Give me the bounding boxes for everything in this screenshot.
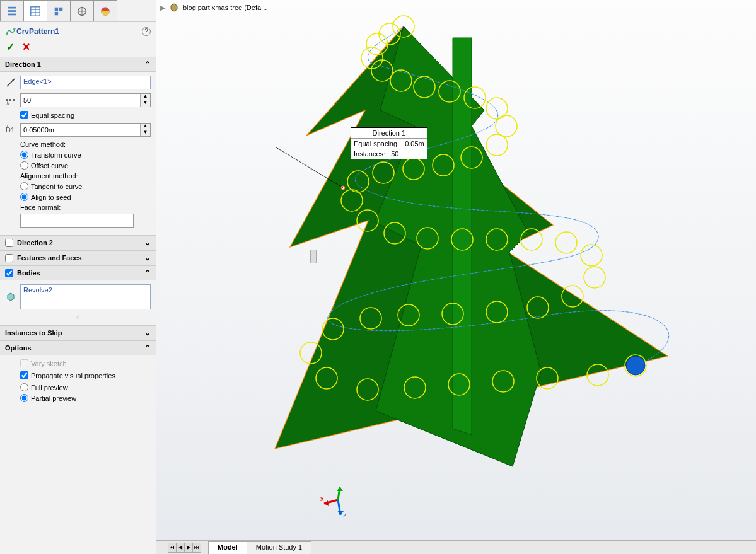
svg-rect-1 bbox=[8, 10, 16, 12]
svg-rect-0 bbox=[8, 6, 16, 8]
partial-preview-radio[interactable] bbox=[20, 394, 28, 402]
featuremgr-tab[interactable] bbox=[0, 0, 24, 21]
features-faces-checkbox[interactable] bbox=[5, 254, 13, 262]
svg-point-43 bbox=[584, 267, 605, 288]
feature-header: CrvPattern1 ? bbox=[0, 22, 156, 41]
svg-point-60 bbox=[486, 98, 508, 119]
tangent-curve-radio[interactable] bbox=[20, 182, 28, 190]
svg-point-14 bbox=[6, 33, 8, 35]
direction-edge-input[interactable]: Edge<1> bbox=[20, 76, 151, 89]
spacing-icon: D1 bbox=[5, 124, 16, 136]
grabber-icon[interactable]: ○ bbox=[5, 313, 151, 321]
alignment-method-label: Alignment method: bbox=[20, 172, 151, 180]
equal-spacing-label: Equal spacing bbox=[31, 112, 74, 119]
bodies-checkbox[interactable] bbox=[5, 269, 13, 277]
svg-rect-2 bbox=[8, 13, 16, 15]
view-triad[interactable]: x z bbox=[319, 482, 357, 520]
3d-viewport[interactable]: ▶ blog part xmas tree (Defa... bbox=[156, 0, 756, 554]
direction2-section[interactable]: Direction 2 ⌄ bbox=[0, 235, 156, 250]
instances-input[interactable]: 50▲▼ bbox=[20, 93, 151, 107]
svg-marker-26 bbox=[453, 38, 472, 435]
direction-icon[interactable] bbox=[5, 77, 16, 88]
tree-model bbox=[156, 0, 756, 540]
spin-down[interactable]: ▼ bbox=[141, 100, 150, 107]
callout-spacing-value[interactable]: 0.05m bbox=[402, 139, 427, 149]
callout-instances-value[interactable]: 50 bbox=[388, 149, 401, 159]
nav-first[interactable]: ⏮ bbox=[168, 543, 177, 553]
face-normal-input[interactable] bbox=[20, 214, 134, 228]
nav-last[interactable]: ⏭ bbox=[192, 543, 201, 553]
help-icon[interactable]: ? bbox=[142, 27, 151, 36]
instances-skip-section[interactable]: Instances to Skip ⌄ bbox=[0, 325, 156, 340]
spacing-input[interactable]: 0.05000m▲▼ bbox=[20, 123, 151, 137]
seed-sphere[interactable] bbox=[626, 356, 645, 375]
direction1-section[interactable]: Direction 1 ⌃ bbox=[0, 57, 156, 72]
svg-rect-21 bbox=[13, 99, 15, 101]
align-seed-radio[interactable] bbox=[20, 193, 28, 201]
curve-method-label: Curve method: bbox=[20, 141, 151, 148]
property-manager-panel: CrvPattern1 ? ✓ ✕ Direction 1 ⌃ Edge<1> … bbox=[0, 0, 156, 554]
callout-title: Direction 1 bbox=[351, 128, 427, 139]
chevron-up-icon: ⌃ bbox=[144, 60, 151, 69]
equal-spacing-checkbox[interactable] bbox=[20, 111, 28, 119]
svg-text:z: z bbox=[343, 511, 347, 519]
crvpattern-icon bbox=[5, 26, 16, 37]
callout[interactable]: Direction 1 Equal spacing:0.05m Instance… bbox=[351, 127, 427, 159]
direction2-checkbox[interactable] bbox=[5, 239, 13, 247]
ok-cancel-row: ✓ ✕ bbox=[0, 41, 156, 57]
svg-point-15 bbox=[10, 31, 12, 33]
svg-point-16 bbox=[13, 28, 15, 30]
cancel-button[interactable]: ✕ bbox=[22, 41, 30, 53]
svg-marker-73 bbox=[337, 487, 343, 491]
ok-button[interactable]: ✓ bbox=[6, 41, 15, 53]
dimxpert-tab[interactable] bbox=[70, 0, 94, 21]
chevron-up-icon: ⌃ bbox=[144, 268, 151, 277]
direction1-title: Direction 1 bbox=[5, 61, 41, 68]
bodies-section[interactable]: Bodies ⌃ bbox=[0, 265, 156, 280]
vary-sketch-checkbox bbox=[20, 359, 28, 367]
bottom-tabs: ⏮ ◀ ▶ ⏭ Model Motion Study 1 bbox=[156, 540, 756, 554]
display-tab[interactable] bbox=[93, 0, 117, 21]
svg-point-45 bbox=[555, 232, 577, 253]
features-faces-section[interactable]: Features and Faces ⌄ bbox=[0, 250, 156, 265]
panel-tabs bbox=[0, 0, 156, 22]
body-icon bbox=[5, 291, 16, 303]
model-tab[interactable]: Model bbox=[208, 541, 247, 554]
face-normal-label: Face normal: bbox=[20, 204, 151, 211]
spin-down[interactable]: ▼ bbox=[141, 130, 150, 136]
svg-point-58 bbox=[486, 134, 508, 156]
svg-rect-8 bbox=[59, 7, 62, 10]
svg-text:D1: D1 bbox=[6, 126, 15, 134]
offset-curve-radio[interactable] bbox=[20, 161, 28, 170]
propagate-checkbox[interactable] bbox=[20, 371, 28, 379]
svg-rect-9 bbox=[55, 11, 58, 14]
bodies-input[interactable]: Revolve2 bbox=[20, 284, 151, 309]
full-preview-radio[interactable] bbox=[20, 383, 28, 391]
configmgr-tab[interactable] bbox=[47, 0, 71, 21]
callout-collapse-icon[interactable]: ⌃ bbox=[424, 178, 430, 187]
nav-prev[interactable]: ◀ bbox=[176, 543, 185, 553]
svg-text:#: # bbox=[6, 98, 11, 105]
chevron-down-icon: ⌄ bbox=[144, 238, 151, 247]
feature-name: CrvPattern1 bbox=[16, 27, 142, 36]
propertymgr-tab[interactable] bbox=[23, 0, 47, 21]
chevron-down-icon: ⌄ bbox=[144, 328, 151, 337]
svg-text:x: x bbox=[320, 495, 324, 502]
nav-next[interactable]: ▶ bbox=[184, 543, 193, 553]
chevron-up-icon: ⌃ bbox=[144, 343, 151, 352]
options-section[interactable]: Options ⌃ bbox=[0, 340, 156, 355]
svg-rect-7 bbox=[55, 7, 58, 10]
chevron-down-icon: ⌄ bbox=[144, 253, 151, 262]
leader-line bbox=[276, 147, 343, 188]
motion-study-tab[interactable]: Motion Study 1 bbox=[247, 541, 311, 554]
svg-marker-71 bbox=[324, 500, 329, 506]
transform-curve-radio[interactable] bbox=[20, 151, 28, 159]
instances-icon: # bbox=[5, 95, 16, 106]
